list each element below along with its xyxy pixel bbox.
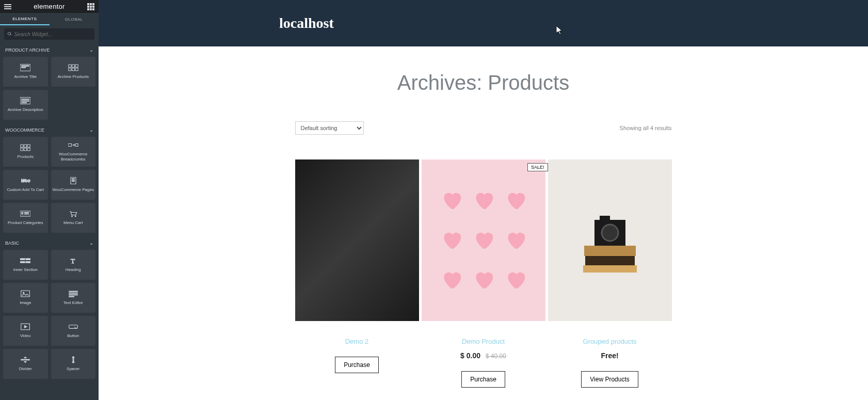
video-icon (20, 323, 30, 330)
product-name[interactable]: Demo 2 (345, 338, 369, 345)
svg-rect-12 (22, 103, 27, 103)
product-card[interactable]: Grouped products Free! View Products (548, 159, 672, 388)
button-icon (68, 323, 78, 330)
purchase-button[interactable]: Purchase (335, 357, 379, 373)
svg-rect-27 (22, 213, 23, 213)
category-product-archive[interactable]: PRODUCT ARCHIVE ⌄ (0, 43, 99, 57)
apps-icon[interactable] (87, 3, 94, 10)
svg-rect-28 (22, 214, 23, 214)
price-current: $ 0.00 (460, 351, 480, 360)
widget-image[interactable]: Image (3, 283, 48, 313)
svg-rect-24 (72, 180, 74, 181)
purchase-button[interactable]: Purchase (461, 371, 505, 388)
product-image[interactable] (295, 159, 419, 321)
svg-rect-50 (583, 265, 637, 273)
tab-global[interactable]: GLOBAL (50, 13, 99, 25)
heart-icon (440, 265, 463, 295)
widget-archive-description[interactable]: Archive Description (3, 90, 48, 120)
heart-icon (472, 185, 495, 216)
product-price: Free! (601, 351, 618, 360)
svg-rect-16 (21, 148, 23, 151)
widget-label: WooCommerce Pages (52, 187, 95, 193)
product-name[interactable]: Grouped products (583, 338, 636, 345)
svg-rect-17 (24, 148, 27, 151)
product-image[interactable]: SALE! (422, 159, 545, 321)
archive-description-icon (20, 97, 30, 104)
product-card[interactable]: SALE! Demo Product $ 0.00 $ 40.00 Purcha… (422, 159, 545, 388)
text-editor-icon (68, 290, 78, 297)
site-title[interactable]: localhost (279, 15, 334, 31)
widget-archive-title[interactable]: Archive Title (3, 57, 48, 87)
search-input[interactable] (14, 31, 91, 37)
widget-label: Divider (18, 366, 33, 372)
widget-menu-cart[interactable]: Menu Cart (51, 203, 96, 233)
heart-icon (440, 225, 463, 255)
category-woocommerce[interactable]: WOOCOMMERCE ⌄ (0, 123, 99, 137)
svg-rect-6 (69, 68, 71, 71)
sort-select[interactable]: Default sorting (295, 121, 364, 135)
heart-icon (504, 225, 527, 255)
svg-rect-34 (26, 259, 30, 260)
brand-logo: elementor (34, 3, 65, 10)
breadcrumbs-icon (68, 141, 78, 149)
widget-label: Button (66, 333, 80, 339)
widget-button[interactable]: Button (51, 316, 96, 346)
category-basic[interactable]: BASIC ⌄ (0, 236, 99, 250)
menu-icon[interactable] (4, 4, 11, 9)
svg-rect-8 (75, 68, 78, 71)
svg-rect-14 (24, 145, 27, 147)
image-icon (20, 290, 30, 297)
archive-products-icon (68, 64, 78, 71)
product-card[interactable]: Demo 2 Purchase (295, 159, 419, 388)
product-price: $ 0.00 $ 40.00 (460, 351, 506, 360)
search-wrap (0, 25, 99, 43)
widget-label: Text Editor (62, 300, 84, 306)
widget-wc-breadcrumbs[interactable]: WooCommerce Breadcrumbs (51, 137, 96, 167)
inner-section-icon (20, 257, 30, 264)
tab-elements[interactable]: ELEMENTS (0, 13, 50, 25)
widget-spacer[interactable]: Spacer (51, 349, 96, 379)
heart-icon (472, 225, 495, 255)
widget-product-categories[interactable]: Product Categories (3, 203, 48, 233)
product-name[interactable]: Demo Product (462, 338, 505, 345)
heading-icon: T (68, 257, 78, 264)
widget-label: Custom Add To Cart (6, 187, 45, 193)
widget-archive-products[interactable]: Archive Products (51, 57, 96, 87)
widget-wc-pages[interactable]: WooCommerce Pages (51, 170, 96, 200)
widget-divider[interactable]: Divider (3, 349, 48, 379)
widget-label: Menu Cart (62, 220, 84, 226)
chevron-down-icon: ⌄ (89, 240, 93, 246)
svg-rect-35 (20, 262, 25, 263)
svg-rect-15 (27, 145, 30, 147)
svg-rect-41 (69, 293, 77, 294)
products-icon (20, 144, 30, 151)
widget-heading[interactable]: T Heading (51, 250, 96, 280)
categories-icon (20, 210, 30, 217)
widget-text-editor[interactable]: Text Editor (51, 283, 96, 313)
widget-label: Spacer (66, 366, 81, 372)
heart-icon (472, 265, 495, 295)
site-header: localhost (99, 0, 868, 46)
svg-rect-36 (26, 262, 30, 263)
view-products-button[interactable]: View Products (581, 371, 638, 388)
widget-custom-add-to-cart[interactable]: Woo Custom Add To Cart (3, 170, 48, 200)
widget-video[interactable]: Video (3, 316, 48, 346)
widget-products[interactable]: Products (3, 137, 48, 167)
svg-rect-40 (69, 291, 77, 292)
svg-text:Woo: Woo (21, 179, 30, 184)
chevron-down-icon: ⌄ (89, 47, 93, 53)
preview-area: localhost Archives: Products Default sor… (99, 0, 868, 400)
camera-books-illustration (579, 204, 641, 277)
widget-label: Inner Section (12, 267, 39, 273)
heart-icon (504, 185, 527, 216)
search-box (4, 28, 94, 40)
product-image[interactable] (548, 159, 672, 321)
widget-inner-section[interactable]: Inner Section (3, 250, 48, 280)
svg-rect-43 (69, 296, 74, 297)
svg-rect-23 (72, 179, 74, 179)
svg-rect-10 (22, 99, 29, 100)
sidebar-header: elementor (0, 0, 99, 13)
divider-icon (20, 356, 30, 363)
spacer-icon (68, 356, 78, 363)
widget-grid-product-archive: Archive Title Archive Products Archive D… (0, 57, 99, 123)
